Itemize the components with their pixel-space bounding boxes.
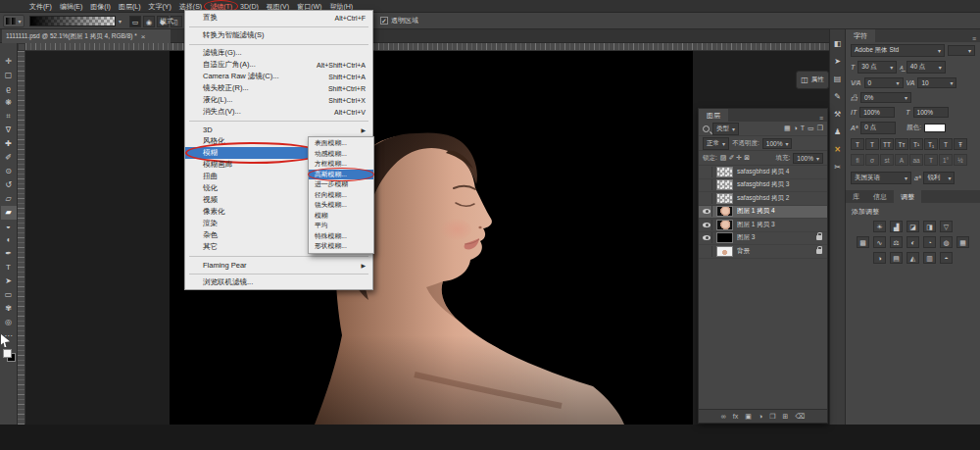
layer-filter-icon[interactable]: T [801, 125, 805, 132]
layer-thumbnail[interactable] [716, 193, 733, 204]
proportional-spacing-select[interactable]: 0%▾ [860, 92, 911, 103]
tool-button[interactable]: ❋ [1, 96, 17, 110]
layer-name[interactable]: 背景 [737, 247, 812, 256]
tool-button[interactable]: ◖ [1, 233, 17, 247]
layers-footer-icon[interactable]: ◑ [759, 413, 762, 420]
tool-button[interactable]: ▢ [1, 69, 17, 82]
tool-button[interactable]: ✒ [1, 247, 17, 261]
close-icon[interactable]: × [141, 32, 146, 41]
layer-row[interactable]: 图层 1 拷贝 4 [699, 206, 827, 220]
collapsed-panel-icon[interactable]: ◧ [834, 39, 842, 48]
tool-button[interactable]: ◒ [1, 220, 17, 233]
panel-tab[interactable]: 信息 [866, 190, 894, 203]
lock-option-icon[interactable]: ✛ [736, 154, 742, 162]
layer-thumbnail[interactable] [716, 179, 733, 190]
layers-footer-icon[interactable]: ⊞ [782, 413, 788, 421]
panel-menu-icon[interactable]: ≡ [972, 35, 980, 42]
adjustment-icon[interactable]: ◨ [923, 221, 936, 232]
layer-thumbnail[interactable] [716, 220, 733, 230]
foreground-color-swatch[interactable] [3, 349, 12, 358]
blur-submenu-item[interactable]: 特殊模糊... [309, 231, 373, 242]
tool-button[interactable]: ✐ [1, 151, 17, 165]
vertical-ruler[interactable] [18, 51, 25, 425]
visibility-toggle[interactable] [702, 193, 712, 204]
collapsed-panel-icon[interactable]: ✎ [834, 92, 841, 101]
opentype-feature-button[interactable]: fi [851, 154, 864, 166]
adjustment-icon[interactable]: ◐ [906, 236, 919, 248]
layer-row[interactable]: safasgbhsd 拷贝 3 [699, 179, 827, 193]
opentype-feature-button[interactable]: T [924, 154, 938, 166]
adjustment-icon[interactable]: ▥ [923, 252, 936, 264]
collapsed-panel-icon[interactable]: ♟ [834, 127, 841, 136]
tool-button[interactable]: T [1, 261, 17, 275]
collapsed-panel-icon[interactable]: ▤ [834, 75, 842, 83]
layer-row[interactable]: safasgbhsd 拷贝 4 [699, 166, 827, 179]
baseline-shift-field[interactable]: 0 点 [860, 122, 896, 134]
adjustment-icon[interactable]: ◍ [940, 236, 953, 248]
visibility-toggle[interactable] [702, 232, 712, 243]
menu-bar-item[interactable]: 编辑(E) [56, 0, 86, 13]
tab-character[interactable]: 字符 [846, 29, 875, 42]
layer-name[interactable]: safasgbhsd 拷贝 3 [737, 180, 824, 189]
layer-thumbnail[interactable] [716, 167, 733, 177]
adjustment-icon[interactable]: ⚖ [890, 236, 903, 248]
layer-thumbnail[interactable] [716, 232, 733, 243]
filter-menu-item[interactable]: 镜头校正(R)... Shift+Ctrl+R ▶ [185, 82, 372, 94]
tool-button[interactable]: ⌗ [1, 110, 17, 124]
visibility-toggle[interactable] [702, 179, 712, 190]
text-style-button[interactable]: T [939, 138, 953, 150]
menu-bar-item[interactable]: 图层(L) [115, 0, 145, 13]
adjustment-icon[interactable]: ▟ [890, 221, 903, 232]
tool-button[interactable]: ⊙ [1, 165, 17, 178]
text-style-button[interactable]: Tт [895, 138, 908, 150]
adjustment-icon[interactable]: ▽ [940, 221, 953, 232]
blur-submenu-item[interactable]: 模糊 [309, 211, 373, 222]
layer-row[interactable]: 背景 [699, 245, 827, 259]
layer-name[interactable]: 图层 1 拷贝 4 [737, 207, 824, 216]
tool-button[interactable]: ↺ [1, 178, 17, 192]
menu-bar-item[interactable]: 图像(I) [86, 0, 115, 13]
layer-filter-icon[interactable]: ▦ [784, 125, 791, 132]
filter-menu-item[interactable]: 滤镜库(G)... ▶ [185, 47, 372, 59]
layer-row[interactable]: 图层 3 [699, 232, 827, 246]
language-select[interactable]: 美国英语▾ [851, 172, 911, 184]
text-style-button[interactable]: Ŧ [954, 138, 967, 150]
gradient-tool-preset-button[interactable]: ▾ [3, 15, 24, 27]
tool-button[interactable]: ◎ [1, 316, 17, 329]
tool-button[interactable]: ∇ [1, 124, 17, 137]
opentype-feature-button[interactable]: 1° [939, 154, 953, 166]
document-tab[interactable]: 1111111.psd @ 52.1%(图层 1 拷贝 4, RGB/8) * … [2, 29, 171, 43]
visibility-toggle[interactable] [702, 167, 712, 177]
collapsed-panel-icon[interactable]: ✂ [834, 163, 841, 172]
antialias-select[interactable]: 锐利▾ [923, 172, 955, 184]
adjustment-icon[interactable]: ◔ [923, 236, 936, 248]
collapsed-panel-icon[interactable]: ⚒ [834, 110, 841, 119]
blur-submenu-item[interactable]: 表面模糊... [309, 138, 373, 149]
opentype-feature-button[interactable]: ½ [954, 154, 967, 166]
filter-menu-item[interactable]: 转换为智能滤镜(S) ▶ [185, 29, 372, 41]
blur-submenu-item[interactable]: 径向模糊... [309, 190, 373, 201]
tracking-select[interactable]: 10▾ [917, 77, 956, 88]
adjustment-icon[interactable]: ∿ [873, 236, 886, 248]
tool-button[interactable]: ➤ [1, 275, 17, 288]
blur-submenu-item[interactable]: 动感模糊... [309, 149, 373, 160]
opacity-select[interactable]: 100%▾ [762, 138, 793, 149]
leading-select[interactable]: 40 点▾ [906, 61, 946, 74]
filter-menu-item[interactable]: 浏览联机滤镜... ▶ [185, 276, 372, 288]
collapsed-panel-icon[interactable]: ➤ [834, 57, 841, 66]
gradient-picker-arrow-icon[interactable]: ▾ [119, 18, 122, 25]
font-style-select[interactable]: ▾ [948, 45, 975, 56]
panel-menu-icon[interactable]: ≡ [819, 115, 827, 122]
menu-bar-item[interactable]: 文字(Y) [144, 0, 174, 13]
lock-option-icon[interactable]: ▨ [720, 154, 727, 162]
adjustment-icon[interactable]: ▦ [956, 236, 969, 248]
text-color-swatch[interactable] [924, 124, 946, 132]
layer-filter-icon[interactable]: ▭ [808, 125, 814, 132]
gradient-type-button[interactable]: ◉ [143, 16, 155, 27]
checkbox-checked-icon[interactable]: ✓ [380, 17, 388, 25]
blend-mode-select[interactable]: 正常▾ [703, 137, 729, 150]
lock-option-icon[interactable]: ⊠ [744, 154, 750, 162]
layer-name[interactable]: safasgbhsd 拷贝 4 [737, 168, 824, 176]
layer-filter-icon[interactable]: ◑ [794, 125, 798, 132]
layer-row[interactable]: 图层 1 拷贝 3 [699, 219, 827, 232]
